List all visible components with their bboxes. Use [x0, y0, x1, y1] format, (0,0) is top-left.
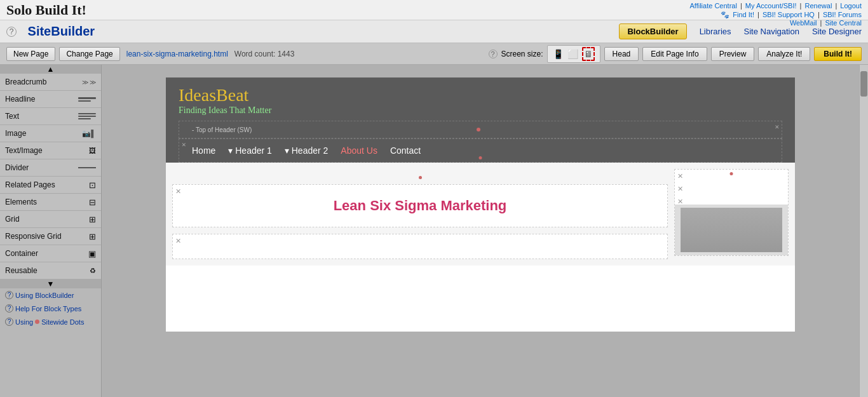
affiliate-central-link[interactable]: Affiliate Central: [689, 2, 736, 10]
blockbuilder-button[interactable]: BlockBuilder: [619, 24, 686, 39]
sidebar-dot1: [730, 172, 733, 175]
headline-icon: [76, 94, 96, 104]
headline-block-x[interactable]: ✕: [175, 187, 181, 196]
word-count-label: Word count: 1443: [234, 50, 295, 58]
mobile-icon[interactable]: 📱: [553, 49, 564, 59]
help-sitewide-dots[interactable]: ? Using Sitewide Dots: [0, 315, 101, 328]
content-dot-area: [172, 169, 668, 184]
sidebar-item-container[interactable]: Container: [0, 245, 101, 262]
analyze-it-button[interactable]: Analyze It!: [758, 47, 810, 61]
sidebar-scroll-down[interactable]: ▼: [0, 279, 101, 288]
header-sw-dot: [477, 128, 480, 131]
head-button[interactable]: Head: [604, 47, 639, 61]
nav-block-close[interactable]: ✕: [182, 140, 186, 149]
my-account-link[interactable]: My Account/SBI!: [745, 2, 797, 10]
sidebar-item-reusable[interactable]: Reusable: [0, 262, 101, 279]
page-canvas: IdeasBeat Finding Ideas That Matter - To…: [166, 77, 795, 332]
nav-block-inner: Home ▾ Header 1 ▾ Header 2 About Us Cont…: [192, 145, 769, 156]
screen-size-help-icon[interactable]: ?: [489, 50, 498, 58]
sidebar-item-breadcrumb[interactable]: Breadcrumb ≫ ≫: [0, 74, 101, 91]
sidebar-image-block[interactable]: ✕ ✕ ✕: [674, 169, 789, 256]
renewal-link[interactable]: Renewal: [805, 2, 832, 10]
image-label: Image: [5, 129, 26, 138]
sitebuilder-question-icon[interactable]: ?: [6, 27, 17, 37]
site-navigation-link[interactable]: Site Navigation: [744, 27, 799, 36]
related-pages-label: Related Pages: [5, 180, 55, 189]
sidebar-item-related-pages[interactable]: Related Pages: [0, 177, 101, 194]
sidebar-item-divider[interactable]: Divider: [0, 159, 101, 177]
change-page-button[interactable]: Change Page: [59, 47, 119, 61]
nav-header2[interactable]: ▾ Header 2: [285, 145, 328, 156]
mascot-icon: 🐾: [721, 11, 729, 18]
help-block-types[interactable]: ? Help For Block Types: [0, 302, 101, 315]
logout-link[interactable]: Logout: [840, 2, 862, 10]
content-area[interactable]: IdeasBeat Finding Ideas That Matter - To…: [102, 65, 859, 397]
screen-size-label: Screen size:: [501, 50, 543, 58]
sidebar-item-responsive-grid[interactable]: Responsive Grid: [0, 228, 101, 245]
logo: Solo Build It!: [6, 2, 86, 18]
header-sw-close[interactable]: ✕: [775, 123, 779, 131]
image-icon: ▌: [76, 128, 96, 138]
nav-block: ✕ Home ▾ Header 1 ▾ Header 2 About Us Co…: [179, 138, 782, 163]
sidebar-x1[interactable]: ✕: [677, 172, 683, 180]
sidebar-item-grid[interactable]: Grid: [0, 211, 101, 228]
textimage-icon: [76, 145, 96, 156]
page-sidebar-content: ✕ ✕ ✕: [674, 169, 789, 259]
image-placeholder: [675, 205, 788, 255]
tablet-icon[interactable]: ⬜: [567, 49, 578, 59]
toolbar: New Page Change Page lean-six-sigma-mark…: [0, 43, 868, 65]
site-logo: IdeasBeat: [179, 85, 782, 105]
site-header: IdeasBeat Finding Ideas That Matter - To…: [166, 77, 795, 163]
help-icon-3: ?: [5, 318, 13, 326]
sidebar-item-elements[interactable]: Elements: [0, 194, 101, 211]
divider-label: Divider: [5, 163, 29, 172]
textimage-label: Text/Image: [5, 146, 43, 155]
sidebar-scroll-up[interactable]: ▲: [0, 65, 101, 74]
main-layout: ▲ Breadcrumb ≫ ≫ Headline Text: [0, 65, 868, 397]
site-designer-link[interactable]: Site Designer: [812, 27, 862, 36]
nav-about[interactable]: About Us: [341, 145, 377, 156]
next-block-x[interactable]: ✕: [175, 237, 181, 245]
content-dot: [419, 176, 422, 179]
sidebar-item-headline[interactable]: Headline: [0, 91, 101, 108]
dot-icon: [35, 320, 39, 324]
help-blockbuilder[interactable]: ? Using BlockBuilder: [0, 288, 101, 302]
right-scrollbar[interactable]: [859, 65, 868, 397]
sidebar-x2[interactable]: ✕: [677, 185, 683, 193]
edit-page-info-button[interactable]: Edit Page Info: [642, 47, 707, 61]
scrollbar-thumb[interactable]: [860, 71, 867, 97]
main-nav-right: BlockBuilder Libraries Site Navigation S…: [619, 24, 862, 39]
filename-label: lean-six-sigma-marketing.html: [126, 50, 228, 58]
nav-home[interactable]: Home: [192, 145, 215, 156]
top-links: Affiliate Central | My Account/SBI! | Re…: [689, 2, 862, 10]
help-icon-2: ?: [5, 304, 13, 313]
elements-label: Elements: [5, 198, 37, 206]
build-it-button[interactable]: Build It!: [814, 47, 862, 61]
header-sw-block[interactable]: - Top of Header (SW) ✕: [179, 121, 782, 138]
libraries-link[interactable]: Libraries: [700, 27, 731, 36]
nav-header1[interactable]: ▾ Header 1: [228, 145, 271, 156]
sitebuilder-title: SiteBuilder: [22, 24, 95, 39]
nav-contact[interactable]: Contact: [390, 145, 421, 156]
headline-block[interactable]: ✕ Lean Six Sigma Marketing: [172, 184, 668, 227]
screen-size-group: 📱 ⬜ 🖥: [547, 45, 600, 63]
top-bar: Solo Build It! Zeerik Ahmad's ideasbeat.…: [0, 0, 868, 20]
sidebar-item-text[interactable]: Text: [0, 108, 101, 125]
preview-button[interactable]: Preview: [711, 47, 755, 61]
new-page-button[interactable]: New Page: [6, 47, 55, 61]
sidebar-item-textimage[interactable]: Text/Image: [0, 142, 101, 159]
grid-label: Grid: [5, 215, 20, 224]
desktop-icon[interactable]: 🖥: [582, 47, 595, 61]
nav-dot: [479, 156, 482, 159]
container-label: Container: [5, 249, 38, 258]
sbi-forums-link[interactable]: SBI! Forums: [823, 11, 862, 18]
sidebar-item-image[interactable]: Image ▌: [0, 125, 101, 142]
sidebar-x3[interactable]: ✕: [677, 198, 683, 206]
next-block[interactable]: ✕: [172, 234, 668, 259]
relatedpages-icon: [76, 180, 96, 190]
sbi-support-link[interactable]: SBI! Support HQ: [763, 11, 815, 18]
headline-text: Lean Six Sigma Marketing: [186, 198, 654, 214]
container-icon: [76, 248, 96, 259]
find-it-link[interactable]: Find It!: [733, 11, 754, 18]
reusable-label: Reusable: [5, 266, 37, 275]
